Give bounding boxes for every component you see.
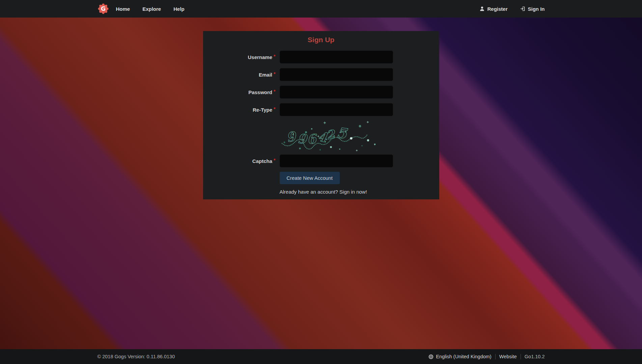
svg-text:9: 9 (285, 129, 298, 145)
username-label: Username (248, 54, 273, 60)
password-row: Password* (203, 86, 439, 99)
required-asterisk: * (274, 106, 275, 112)
required-asterisk: * (274, 54, 275, 59)
nav-item-help[interactable]: Help (173, 6, 185, 12)
footer-divider (521, 354, 521, 359)
email-input[interactable] (280, 68, 393, 81)
svg-text:6: 6 (306, 131, 317, 147)
sign-in-label: Sign In (528, 6, 545, 12)
password-input[interactable] (280, 86, 393, 99)
required-asterisk: * (274, 71, 275, 77)
email-label: Email (259, 72, 272, 78)
svg-text:G: G (101, 5, 106, 12)
nav-item-explore[interactable]: Explore (142, 6, 161, 12)
footer-right: English (United Kingdom) Website Go1.10.… (428, 354, 545, 359)
footer-divider (495, 354, 496, 359)
sign-in-link[interactable]: Sign In (520, 6, 545, 12)
register-link[interactable]: Register (480, 6, 507, 12)
signup-card: Sign Up Username* Email* Password* Re-Ty… (203, 31, 439, 199)
sign-in-now-link[interactable]: Already have an account? Sign in now! (280, 189, 367, 195)
website-link[interactable]: Website (499, 354, 517, 359)
footer: © 2018 Gogs Version: 0.11.86.0130 Englis… (0, 349, 642, 364)
retype-input[interactable] (280, 103, 393, 116)
gogs-gear-icon: G (97, 3, 109, 15)
page-title: Sign Up (203, 35, 439, 44)
register-label: Register (487, 6, 507, 12)
username-input[interactable] (280, 51, 393, 63)
password-label: Password (248, 89, 272, 95)
email-row: Email* (203, 68, 439, 81)
person-icon (480, 6, 484, 11)
main-content: Sign Up Username* Email* Password* Re-Ty… (0, 18, 642, 349)
navbar-right: Register Sign In (480, 6, 545, 12)
svg-text:2: 2 (325, 127, 336, 142)
language-selector[interactable]: English (United Kingdom) (428, 354, 491, 359)
required-asterisk: * (274, 89, 275, 94)
captcha-image[interactable]: 9 9 6 4 2 5 (280, 119, 380, 152)
retype-label: Re-Type (253, 107, 272, 113)
captcha-input[interactable] (280, 155, 393, 167)
nav-item-home[interactable]: Home (116, 6, 130, 12)
captcha-row: Captcha* (203, 155, 439, 167)
globe-icon (428, 354, 434, 359)
sign-in-door-icon (520, 6, 525, 11)
copyright-text: © 2018 Gogs Version: 0.11.86.0130 (97, 354, 175, 359)
create-account-button[interactable]: Create New Account (280, 172, 340, 184)
captcha-label: Captcha (252, 158, 272, 164)
gogs-logo[interactable]: G (97, 3, 109, 15)
required-asterisk: * (274, 158, 275, 163)
navbar: G Home Explore Help Register Sign In (0, 0, 642, 18)
go-version-label: Go1.10.2 (525, 354, 545, 359)
signup-form: Username* Email* Password* Re-Type* (203, 51, 439, 195)
svg-text:5: 5 (336, 124, 349, 142)
language-label: English (United Kingdom) (436, 354, 491, 359)
retype-row: Re-Type* (203, 103, 439, 116)
username-row: Username* (203, 51, 439, 63)
